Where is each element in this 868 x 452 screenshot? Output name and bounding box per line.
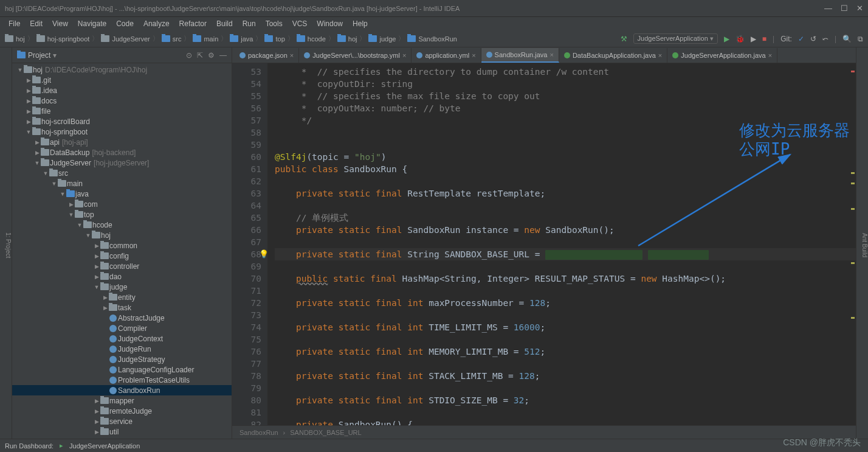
tree-item-.idea[interactable]: ▶ .idea (12, 85, 232, 96)
hammer-icon[interactable]: ⚒ (621, 35, 627, 43)
menu-navigate[interactable]: Navigate (74, 18, 110, 29)
git-update-icon[interactable]: ✓ (798, 35, 804, 43)
crumb-hoj-springboot[interactable]: hoj-springboot (47, 35, 90, 43)
close-tab-icon[interactable]: × (768, 52, 772, 59)
run-with-coverage-button[interactable]: ▶ (751, 35, 756, 43)
tab-project[interactable]: 1: Project (5, 232, 12, 258)
debug-button[interactable]: 🐞 (735, 35, 745, 43)
menu-vcs[interactable]: VCS (289, 18, 311, 29)
menu-edit[interactable]: Edit (26, 18, 46, 29)
editor-breadcrumb[interactable]: SandboxRun › SANDBOX_BASE_URL (232, 425, 856, 439)
project-header-label[interactable]: Project ▾ (17, 51, 57, 60)
close-tab-icon[interactable]: × (290, 52, 294, 59)
tree-item-JudgeStrategy[interactable]: JudgeStrategy (12, 354, 232, 364)
git-history-icon[interactable]: ↺ (810, 35, 816, 43)
tree-item-docs[interactable]: ▶ docs (12, 96, 232, 106)
close-tab-icon[interactable]: × (549, 51, 553, 58)
minimize-button[interactable]: — (824, 4, 832, 13)
tree-item-hcode[interactable]: ▼ hcode (12, 220, 232, 230)
tree-item-util[interactable]: ▶ util (12, 426, 232, 437)
menu-file[interactable]: File (5, 18, 24, 29)
tree-item-hoj[interactable]: ▼ hoj D:\IDEACode\Program\HOJ\hoj (12, 64, 232, 75)
tree-item-service[interactable]: ▶ service (12, 416, 232, 426)
crumb-src[interactable]: src (173, 35, 182, 43)
tree-item-common[interactable]: ▶ common (12, 240, 232, 251)
tree-item-hoj-scrollBoard[interactable]: ▶ hoj-scrollBoard (12, 116, 232, 127)
tree-item-main[interactable]: ▼ main (12, 178, 232, 189)
right-toolwindow-strip[interactable]: Ant Build (856, 47, 868, 439)
menu-help[interactable]: Help (349, 18, 371, 29)
tree-item-.git[interactable]: ▶ .git (12, 75, 232, 85)
tree-item-ProblemTestCaseUtils[interactable]: ProblemTestCaseUtils (12, 375, 232, 385)
tree-item-remoteJudge[interactable]: ▶ remoteJudge (12, 406, 232, 416)
tree-item-config[interactable]: ▶ config (12, 251, 232, 261)
crumb-hoj[interactable]: hoj (16, 35, 25, 43)
tree-item-java[interactable]: ▼ java (12, 189, 232, 199)
tree-item-dao[interactable]: ▶ dao (12, 271, 232, 282)
hide-icon[interactable]: — (219, 51, 227, 60)
crumb-main[interactable]: main (204, 35, 218, 43)
menu-run[interactable]: Run (239, 18, 260, 29)
menu-window[interactable]: Window (313, 18, 346, 29)
gear-icon[interactable]: ⚙ (208, 51, 215, 60)
line-gutter[interactable]: 5354555657585960616263646566676869707172… (232, 63, 267, 425)
maximize-button[interactable]: ☐ (841, 4, 848, 13)
crumb-java[interactable]: java (241, 35, 253, 43)
tab-package.json[interactable]: package.json× (235, 48, 299, 63)
tree-item-LanguageConfigLoader[interactable]: LanguageConfigLoader (12, 364, 232, 375)
tree-item-judge[interactable]: ▼ judge (12, 282, 232, 292)
close-tab-icon[interactable]: × (658, 52, 662, 59)
run-dashboard-app[interactable]: JudgeServerApplication (69, 442, 140, 450)
tree-item-JudgeRun[interactable]: JudgeRun (12, 344, 232, 354)
project-tree[interactable]: ▼ hoj D:\IDEACode\Program\HOJ\hoj▶ .git▶… (12, 63, 232, 439)
intention-bulb-icon[interactable]: 💡 (259, 248, 269, 260)
breadcrumb[interactable]: hoj〉hoj-springboot〉JudgeServer〉src〉main〉… (5, 34, 457, 43)
crumb-hoj[interactable]: hoj (348, 35, 357, 43)
git-revert-icon[interactable]: ⤺ (822, 35, 828, 43)
close-tab-icon[interactable]: × (472, 52, 475, 59)
tab-DataBackupApplication.java[interactable]: DataBackupApplication.java× (559, 48, 667, 63)
tree-item-SandboxRun[interactable]: SandboxRun (12, 385, 232, 395)
select-opened-file-icon[interactable]: ⊙ (186, 51, 192, 60)
stop-button[interactable]: ■ (762, 35, 766, 43)
tab-JudgeServer\...\bootstrap.yml[interactable]: JudgeServer\...\bootstrap.yml× (299, 48, 412, 63)
tree-item-api[interactable]: ▶ api [hoj-api] (12, 137, 232, 147)
search-icon[interactable]: 🔍 (842, 35, 852, 43)
tree-item-task[interactable]: ▶ task (12, 302, 232, 313)
run-config-selector[interactable]: JudgeServerApplication ▾ (633, 33, 718, 44)
tab-ant[interactable]: Ant Build (861, 233, 868, 257)
crumb-SandboxRun[interactable]: SandboxRun (418, 35, 457, 43)
tree-item-hoj-springboot[interactable]: ▼ hoj-springboot (12, 127, 232, 137)
crumb-top[interactable]: top (275, 35, 284, 43)
tree-item-DataBackup[interactable]: ▶ DataBackup [hoj-backend] (12, 147, 232, 158)
menu-analyze[interactable]: Analyze (140, 18, 173, 29)
menu-tools[interactable]: Tools (262, 18, 286, 29)
tree-item-hoj[interactable]: ▼ hoj (12, 230, 232, 240)
tree-item-mapper[interactable]: ▶ mapper (12, 395, 232, 406)
tree-item-file[interactable]: ▶ file (12, 106, 232, 116)
crumb-JudgeServer[interactable]: JudgeServer (112, 35, 150, 43)
tree-item-Compiler[interactable]: Compiler (12, 323, 232, 333)
run-dashboard-label[interactable]: Run Dashboard: (5, 442, 53, 450)
tree-item-com[interactable]: ▶ com (12, 199, 232, 209)
ide-settings-icon[interactable]: ⧉ (858, 35, 863, 43)
tree-item-src[interactable]: ▼ src (12, 168, 232, 178)
code-area[interactable]: 5354555657585960616263646566676869707172… (232, 63, 856, 425)
run-button[interactable]: ▶ (724, 35, 729, 43)
code-body[interactable]: 修改为云服务器 公网IP * // specifies the director… (267, 63, 856, 425)
menu-view[interactable]: View (49, 18, 72, 29)
tab-JudgeServerApplication.java[interactable]: JudgeServerApplication.java× (667, 48, 777, 63)
menu-code[interactable]: Code (112, 18, 137, 29)
collapse-all-icon[interactable]: ⇱ (197, 51, 203, 60)
crumb-hcode[interactable]: hcode (308, 35, 326, 43)
close-button[interactable]: ✕ (856, 4, 863, 13)
tree-item-JudgeContext[interactable]: JudgeContext (12, 333, 232, 344)
left-toolwindow-strip[interactable]: 1: Project (0, 47, 12, 439)
crumb-judge[interactable]: judge (379, 35, 396, 43)
error-stripe[interactable] (850, 63, 856, 425)
tab-application.yml[interactable]: application.yml× (412, 48, 481, 63)
tab-SandboxRun.java[interactable]: SandboxRun.java× (481, 48, 559, 63)
menu-build[interactable]: Build (213, 18, 236, 29)
tree-item-JudgeServer[interactable]: ▼ JudgeServer [hoj-judgeServer] (12, 158, 232, 168)
tree-item-entity[interactable]: ▶ entity (12, 292, 232, 302)
